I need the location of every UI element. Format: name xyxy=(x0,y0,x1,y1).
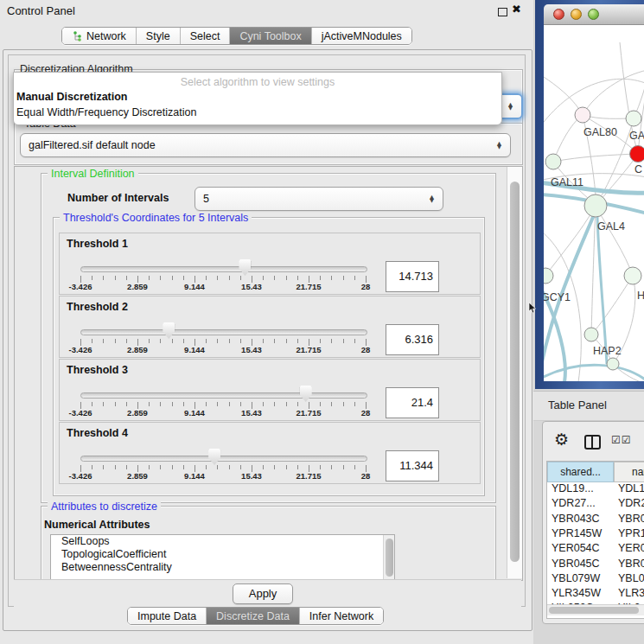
columns-icon[interactable] xyxy=(584,435,601,450)
slider-thumb[interactable] xyxy=(208,449,220,465)
slider-tick xyxy=(354,276,355,280)
tab-select[interactable]: Select xyxy=(181,28,231,44)
settings-vertical-scrollbar[interactable] xyxy=(507,167,522,578)
threshold-value-field[interactable]: 6.316 xyxy=(386,324,439,355)
popup-item[interactable]: Manual Discretization xyxy=(14,90,501,105)
table-row[interactable]: YBL079WYBL0 xyxy=(547,572,644,587)
slider-tick xyxy=(126,339,127,343)
slider-tick xyxy=(206,276,207,280)
slider-track[interactable] xyxy=(80,266,367,272)
slider-thumb[interactable] xyxy=(239,259,251,276)
network-node[interactable] xyxy=(544,268,553,284)
slider-track[interactable] xyxy=(80,329,367,335)
table-data-combobox[interactable]: galFiltered.sif default node ▲▼ xyxy=(20,133,511,157)
threshold-value-field[interactable]: 14.713 xyxy=(386,261,439,292)
table-row[interactable]: YBR043CYBR0 xyxy=(547,513,644,527)
column-header-name[interactable]: name xyxy=(614,462,644,482)
select-columns-checkboxes-icon[interactable]: ☑☑ xyxy=(611,434,632,446)
table-hscrollbar-thumb[interactable] xyxy=(549,607,639,614)
slider-track[interactable] xyxy=(80,392,367,399)
number-of-intervals-combobox[interactable]: 5 ▲▼ xyxy=(194,187,443,211)
network-canvas[interactable]: GAL80GACGAL11GAL4GCY1HHAP2 xyxy=(544,25,644,381)
slider-tick xyxy=(286,402,287,406)
network-node[interactable] xyxy=(626,111,641,126)
bottom-tab-discretize-data[interactable]: Discretize Data xyxy=(207,608,300,624)
slider-track[interactable] xyxy=(80,456,367,462)
slider-tick xyxy=(263,402,264,406)
node-attribute-table[interactable]: shared... name YDL19...YDL1YDR27...YDR2Y… xyxy=(546,461,644,619)
float-window-icon[interactable] xyxy=(498,8,507,16)
tab-jactivemnodules[interactable]: jActiveMNodules xyxy=(312,28,411,44)
table-row[interactable]: YLR345WYLR3 xyxy=(547,587,644,602)
network-node[interactable] xyxy=(607,358,619,370)
network-node[interactable] xyxy=(630,146,644,163)
threshold-value-field[interactable]: 11.344 xyxy=(386,450,439,481)
network-edge-highlighted[interactable] xyxy=(597,217,607,364)
slider-tick-label: 9.144 xyxy=(171,345,218,354)
network-edge[interactable] xyxy=(591,276,633,335)
number-of-intervals-label: Number of Intervals xyxy=(67,192,169,204)
slider-tick xyxy=(274,276,275,280)
network-node-label: GA xyxy=(629,130,644,142)
table-row[interactable]: YPR145WYPR1 xyxy=(547,527,644,542)
network-edge-highlighted[interactable] xyxy=(544,365,644,381)
settings-scrollbar-thumb[interactable] xyxy=(510,182,520,562)
threshold-row: Threshold 3-3.4262.8599.14415.4321.71528… xyxy=(59,359,481,421)
tab-cyni-toolbox[interactable]: Cyni Toolbox xyxy=(230,28,311,44)
attribute-list-item[interactable]: SelfLoops xyxy=(51,535,394,548)
threshold-label: Threshold 1 xyxy=(67,238,128,250)
close-icon[interactable]: ✖ xyxy=(512,3,521,16)
control-panel-titlebar: Control Panel ✖ xyxy=(0,0,533,22)
attribute-list-item[interactable]: TopologicalCoefficient xyxy=(51,548,394,561)
slider-tick xyxy=(263,339,264,343)
attribute-list-item[interactable]: BetweennessCentrality xyxy=(51,561,394,574)
bottom-tab-impute-data[interactable]: Impute Data xyxy=(128,608,207,624)
slider-tick xyxy=(343,276,344,280)
network-node[interactable] xyxy=(584,194,607,217)
slider-tick xyxy=(343,465,344,469)
slider-tick xyxy=(160,339,161,343)
tab-style[interactable]: Style xyxy=(137,28,181,44)
attributes-list-scrollbar[interactable] xyxy=(383,535,394,581)
table-panel-titlebar: Table Panel xyxy=(533,391,644,421)
table-horizontal-scrollbar[interactable] xyxy=(547,604,644,615)
bottom-tab-infer-network[interactable]: Infer Network xyxy=(300,608,383,624)
slider-tick xyxy=(149,276,150,280)
network-edge[interactable] xyxy=(591,206,596,335)
slider-tick xyxy=(320,402,321,406)
slider-thumb[interactable] xyxy=(300,386,312,402)
threshold-value-field[interactable]: 21.4 xyxy=(386,387,439,418)
slider-tick xyxy=(115,402,116,406)
popup-prompt-item[interactable]: Select algorithm to view settings xyxy=(14,73,501,90)
network-edge[interactable] xyxy=(553,115,583,162)
column-header-shared[interactable]: shared... xyxy=(547,462,614,482)
close-traffic-light[interactable] xyxy=(553,9,564,20)
zoom-traffic-light[interactable] xyxy=(588,9,599,20)
network-node[interactable] xyxy=(624,267,641,284)
popup-item[interactable]: Equal Width/Frequency Discretization xyxy=(14,105,501,121)
network-node[interactable] xyxy=(584,328,598,341)
network-window-titlebar xyxy=(544,4,644,25)
minimize-traffic-light[interactable] xyxy=(571,9,582,20)
table-row[interactable]: YDR27...YDR2 xyxy=(547,497,644,512)
tab-network[interactable]: Network xyxy=(62,28,137,44)
attributes-scrollbar-thumb[interactable] xyxy=(386,539,393,577)
apply-button[interactable]: Apply xyxy=(233,583,293,604)
table-row[interactable]: YDL19...YDL1 xyxy=(547,482,644,497)
network-edge[interactable] xyxy=(583,70,644,115)
table-row[interactable]: YBR045CYBR0 xyxy=(547,558,644,572)
numerical-attributes-list[interactable]: SelfLoopsTopologicalCoefficientBetweenne… xyxy=(50,534,395,581)
gear-icon[interactable]: ⚙ xyxy=(554,431,569,448)
network-node[interactable] xyxy=(575,107,590,123)
network-edge[interactable] xyxy=(545,206,596,276)
slider-tick xyxy=(354,465,355,469)
network-node[interactable] xyxy=(545,154,561,169)
slider-tick xyxy=(286,339,287,343)
table-header-row: shared... name xyxy=(547,462,644,482)
table-row[interactable]: YER054CYER0 xyxy=(547,542,644,557)
slider-thumb[interactable] xyxy=(163,322,175,339)
cell-name: YBL0 xyxy=(614,572,644,587)
slider-tick xyxy=(160,465,161,469)
slider-tick-label: 15.43 xyxy=(228,471,275,481)
network-edge[interactable] xyxy=(553,154,638,162)
